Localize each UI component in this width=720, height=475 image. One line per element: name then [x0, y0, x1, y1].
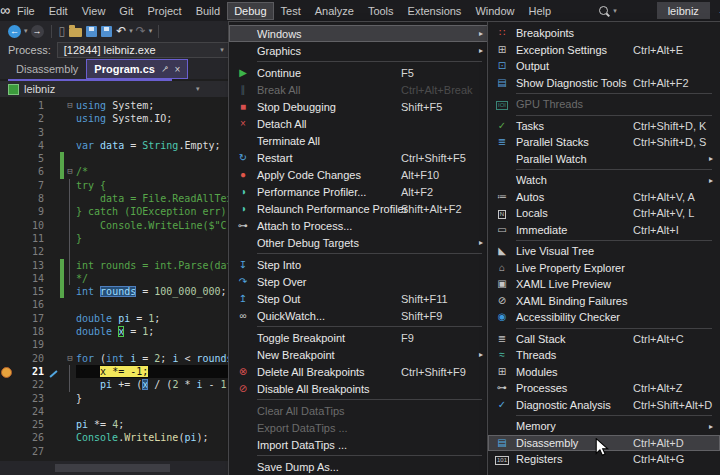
menu-item-detach-all[interactable]: ×Detach All [229, 115, 490, 132]
breakpoint-margin[interactable] [0, 445, 10, 458]
breakpoint-margin[interactable] [0, 165, 10, 178]
menu-item-windows[interactable]: Windows▸ [229, 25, 490, 42]
breakpoint-margin[interactable] [0, 405, 10, 418]
breakpoint-margin[interactable] [0, 338, 10, 351]
menubar-item-analyze[interactable]: Analyze [308, 2, 361, 20]
menu-item-immediate[interactable]: ▭ImmediateCtrl+Alt+I [488, 222, 720, 239]
menubar-item-debug[interactable]: Debug [227, 2, 273, 20]
navigate-forward-icon[interactable]: → [31, 25, 44, 38]
breakpoint-margin[interactable] [0, 272, 10, 285]
menu-item-terminate-all[interactable]: Terminate All [229, 132, 490, 149]
save-all-icon[interactable] [101, 26, 112, 37]
fold-toggle-icon[interactable]: ⊟ [64, 165, 76, 178]
menu-item-attach-to-process[interactable]: ⊶Attach to Process... [229, 217, 490, 234]
undo-icon[interactable]: ↶ [116, 23, 126, 39]
menu-item-stop-debugging[interactable]: ■Stop DebuggingShift+F5 [229, 98, 490, 115]
menu-item-live-property-explorer[interactable]: ⌂Live Property Explorer [488, 260, 720, 277]
breakpoint-margin[interactable] [0, 179, 10, 192]
menu-item-disable-all-breakpoints[interactable]: ⊘Disable All Breakpoints [229, 380, 490, 397]
breakpoint-margin[interactable] [0, 298, 10, 311]
menubar-item-edit[interactable]: Edit [42, 2, 75, 20]
breakpoint-margin[interactable] [0, 126, 10, 139]
pin-icon[interactable]: ⊸ [158, 63, 170, 75]
menu-item-save-dump-as[interactable]: Save Dump As... [229, 458, 490, 475]
new-file-icon[interactable]: ▯ [59, 23, 66, 39]
menu-item-threads[interactable]: ≈Threads [488, 347, 720, 364]
breakpoint-margin[interactable] [0, 152, 10, 165]
menu-item-breakpoints[interactable]: ∷Breakpoints [488, 25, 720, 42]
menu-item-diagnostic-analysis[interactable]: ✓Diagnostic AnalysisCtrl+Shift+Alt+D [488, 397, 720, 414]
menu-item-toggle-breakpoint[interactable]: Toggle BreakpointF9 [229, 329, 490, 346]
menubar-item-file[interactable]: File [10, 2, 42, 20]
breakpoint-margin[interactable] [0, 245, 10, 258]
menubar-item-project[interactable]: Project [140, 2, 188, 20]
tab-program-cs[interactable]: Program.cs⊸× [86, 59, 188, 79]
menu-item-break-all[interactable]: ∥Break AllCtrl+Alt+Break [229, 81, 490, 98]
fold-toggle-icon[interactable]: ⊟ [64, 99, 76, 112]
breakpoint-margin[interactable] [0, 112, 10, 125]
breakpoint-margin[interactable] [0, 232, 10, 245]
tab-disassembly[interactable]: Disassembly [8, 59, 86, 79]
menu-item-step-into[interactable]: ↧Step Into [229, 256, 490, 273]
close-icon[interactable]: × [174, 64, 180, 75]
menu-item-exception-settings[interactable]: ⊞Exception SettingsCtrl+Alt+E [488, 42, 720, 59]
menubar-item-build[interactable]: Build [189, 2, 227, 20]
breakpoint-margin[interactable] [0, 139, 10, 152]
menubar-item-test[interactable]: Test [274, 2, 308, 20]
breakpoint-margin[interactable] [0, 312, 10, 325]
menu-item-import-datatips[interactable]: Import DataTips ... [229, 436, 490, 453]
menu-item-export-datatips[interactable]: Export DataTips ... [229, 419, 490, 436]
menu-item-output[interactable]: ⊡Output [488, 58, 720, 75]
menu-item-watch[interactable]: Watch▸ [488, 172, 720, 189]
menu-item-live-visual-tree[interactable]: ◣Live Visual Tree [488, 243, 720, 260]
menu-item-delete-all-breakpoints[interactable]: ⊗Delete All BreakpointsCtrl+Shift+F9 [229, 363, 490, 380]
breakpoint-margin[interactable] [0, 392, 10, 405]
scrollbar-thumb[interactable] [55, 464, 170, 472]
menu-item-other-debug-targets[interactable]: Other Debug Targets▸ [229, 234, 490, 251]
menu-item-call-stack[interactable]: ≣Call StackCtrl+Alt+C [488, 331, 720, 348]
menu-item-step-out[interactable]: ↥Step OutShift+F11 [229, 290, 490, 307]
menu-item-new-breakpoint[interactable]: New Breakpoint▸ [229, 346, 490, 363]
menu-item-step-over[interactable]: ↷Step Over [229, 273, 490, 290]
breakpoint-margin[interactable] [0, 99, 10, 112]
breakpoint-margin[interactable] [0, 219, 10, 232]
fold-toggle-icon[interactable]: ⊟ [64, 352, 76, 365]
breakpoint-margin[interactable] [0, 352, 10, 365]
menu-item-xaml-live-preview[interactable]: ▣XAML Live Preview [488, 276, 720, 293]
menu-item-accessibility-checker[interactable]: ◉Accessibility Checker [488, 309, 720, 326]
breakpoint-margin[interactable] [0, 259, 10, 272]
menu-item-performance-profiler[interactable]: ◑Performance Profiler...Alt+F2 [229, 183, 490, 200]
menu-item-restart[interactable]: ↻RestartCtrl+Shift+F5 [229, 149, 490, 166]
save-icon[interactable] [86, 26, 97, 37]
menu-item-processes[interactable]: ⊶ProcessesCtrl+Alt+Z [488, 380, 720, 397]
menu-item-show-diagnostic-tools[interactable]: ▤Show Diagnostic ToolsCtrl+Alt+F2 [488, 75, 720, 92]
breakpoint-margin[interactable] [0, 431, 10, 444]
menubar-item-tools[interactable]: Tools [361, 2, 401, 20]
breakpoint-margin[interactable] [0, 365, 10, 378]
menubar-item-view[interactable]: View [75, 2, 113, 20]
menubar-item-window[interactable]: Window [468, 2, 521, 20]
search-button[interactable]: ▾ [595, 6, 621, 15]
redo-icon[interactable]: ↷ [136, 23, 146, 39]
menu-item-quickwatch[interactable]: ∞QuickWatch...Shift+F9 [229, 307, 490, 324]
minimize-button[interactable]: – [710, 5, 720, 17]
menu-item-locals[interactable]: NLocalsCtrl+Alt+V, L [488, 205, 720, 222]
menu-item-continue[interactable]: ▶ContinueF5 [229, 64, 490, 81]
menu-item-relaunch-performance-profiler[interactable]: ◑Relaunch Performance ProfilerShift+Alt+… [229, 200, 490, 217]
process-dropdown[interactable]: [12844] leibniz.exe ▾ [57, 42, 231, 58]
menu-item-tasks[interactable]: ✓TasksCtrl+Shift+D, K [488, 118, 720, 135]
breakpoint-margin[interactable] [0, 418, 10, 431]
menu-item-gpu-threads[interactable]: IOIGPU Threads [488, 96, 720, 113]
breakpoint-margin[interactable] [0, 205, 10, 218]
menubar-item-extensions[interactable]: Extensions [401, 2, 469, 20]
breakpoint-margin[interactable] [0, 285, 10, 298]
menu-item-modules[interactable]: ⊞Modules [488, 364, 720, 381]
menu-item-parallel-stacks[interactable]: ≣Parallel StacksCtrl+Shift+D, S [488, 134, 720, 151]
navigate-backward-icon[interactable]: ← [8, 25, 21, 38]
menubar-item-help[interactable]: Help [522, 2, 559, 20]
menubar-item-git[interactable]: Git [112, 2, 140, 20]
menu-item-graphics[interactable]: Graphics▸ [229, 42, 490, 59]
current-statement-marker[interactable] [1, 367, 12, 378]
open-folder-icon[interactable] [69, 28, 82, 37]
breakpoint-margin[interactable] [0, 378, 10, 391]
